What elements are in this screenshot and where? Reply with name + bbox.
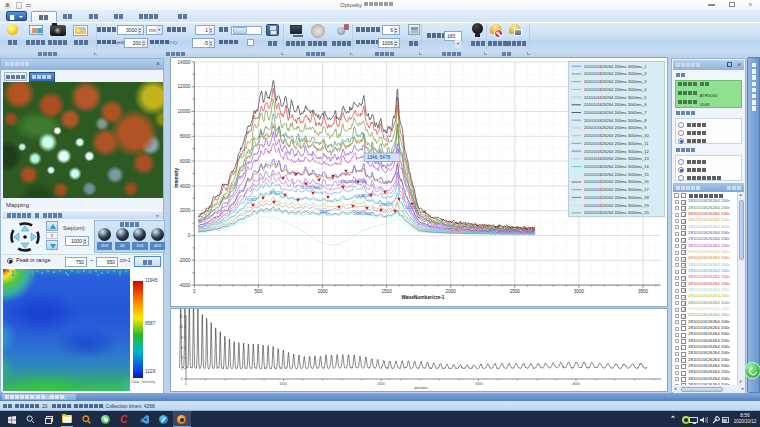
svg-text:2010101626264 200ms 3000ms_7: 2010101626264 200ms 3000ms_7 [584, 110, 647, 115]
svg-text:1348(2358(2984): 1348(2358(2984) [338, 180, 368, 184]
svg-text:500: 500 [255, 289, 263, 294]
svg-text:0: 0 [193, 289, 196, 294]
svg-text:2000: 2000 [446, 289, 457, 294]
svg-text:0: 0 [188, 233, 191, 238]
svg-text:4000: 4000 [572, 382, 580, 386]
svg-text:14000: 14000 [178, 60, 191, 65]
svg-text:1346(1122): 1346(1122) [353, 212, 373, 216]
svg-text:2010101626264 200ms 3000ms_10: 2010101626264 200ms 3000ms_10 [584, 133, 650, 138]
svg-text:2010101626264 200ms 3000ms_18: 2010101626264 200ms 3000ms_18 [584, 195, 650, 200]
svg-text:2010101626264 200ms 3000ms_20: 2010101626264 200ms 3000ms_20 [584, 210, 650, 215]
svg-text:1352(13: 1352(13 [379, 203, 393, 207]
svg-text:141(5: 141(5 [405, 206, 415, 210]
svg-text:2010101626264 200ms 3000ms_16: 2010101626264 200ms 3000ms_16 [584, 179, 650, 184]
svg-text:3000: 3000 [574, 289, 585, 294]
svg-text:8: 8 [181, 336, 183, 340]
svg-text:2010101626264 200ms 3000ms_4: 2010101626264 200ms 3000ms_4 [584, 87, 647, 92]
svg-text:1000: 1000 [317, 289, 328, 294]
svg-text:2500: 2500 [510, 289, 521, 294]
svg-text:6: 6 [181, 346, 183, 350]
svg-text:2010101626264 200ms 3000ms_15: 2010101626264 200ms 3000ms_15 [584, 172, 650, 177]
svg-text:0: 0 [185, 382, 187, 386]
svg-text:2010101626264 200ms 3000ms_3: 2010101626264 200ms 3000ms_3 [584, 79, 647, 84]
svg-text:2010101626264 200ms 3000ms_1: 2010101626264 200ms 3000ms_1 [584, 64, 647, 69]
svg-text:2010101626264 200ms 3000ms_2: 2010101626264 200ms 3000ms_2 [584, 71, 647, 76]
svg-text:2010101626264 200ms 3000ms_6: 2010101626264 200ms 3000ms_6 [584, 102, 647, 107]
svg-text:2: 2 [181, 367, 183, 371]
svg-text:1348(186: 1348(186 [356, 194, 372, 198]
svg-text:3500: 3500 [638, 289, 649, 294]
svg-text:2000: 2000 [180, 208, 191, 213]
svg-text:-2000: -2000 [179, 258, 191, 263]
svg-text:Intensity: Intensity [174, 168, 179, 188]
svg-text:12000: 12000 [178, 84, 191, 89]
svg-text:8000: 8000 [180, 134, 191, 139]
svg-text:1000: 1000 [279, 382, 287, 386]
svg-text:12: 12 [179, 315, 183, 319]
svg-text:2010101626264 200ms 3000ms_9: 2010101626264 200ms 3000ms_9 [584, 125, 647, 130]
svg-text:4: 4 [181, 356, 183, 360]
svg-text:4000: 4000 [180, 184, 191, 189]
svg-text:2010101626264 200ms 3000ms_17: 2010101626264 200ms 3000ms_17 [584, 187, 650, 192]
svg-text:1132(1964): 1132(1964) [301, 186, 321, 190]
svg-text:6000: 6000 [180, 159, 191, 164]
svg-text:3000: 3000 [475, 382, 483, 386]
svg-text:2010101626264 200ms 3000ms_12: 2010101626264 200ms 3000ms_12 [584, 149, 650, 154]
svg-text:-4000: -4000 [179, 283, 191, 288]
svg-text:2000: 2000 [377, 382, 385, 386]
svg-text:2010101626264 200ms 3000ms_5: 2010101626264 200ms 3000ms_5 [584, 95, 647, 100]
svg-text:991(214: 991(214 [269, 191, 283, 195]
svg-text:WaveNumber/cm-1: WaveNumber/cm-1 [401, 295, 444, 300]
svg-text:616(2: 616(2 [247, 198, 257, 202]
svg-text:2010101626264 200ms 3000ms_11: 2010101626264 200ms 3000ms_11 [584, 141, 649, 146]
svg-text:0: 0 [181, 377, 183, 381]
svg-text:1346, 5478: 1346, 5478 [367, 155, 390, 160]
svg-text:2010101626264 200ms 3000ms_19: 2010101626264 200ms 3000ms_19 [584, 203, 650, 208]
svg-text:2010101626264 200ms 3000ms_13: 2010101626264 200ms 3000ms_13 [584, 156, 650, 161]
svg-text:10000: 10000 [178, 109, 191, 114]
svg-text:2010101626264 200ms 3000ms_8: 2010101626264 200ms 3000ms_8 [584, 118, 647, 123]
svg-text:position: position [414, 386, 427, 390]
svg-text:1500: 1500 [381, 289, 392, 294]
svg-text:10: 10 [179, 325, 183, 329]
svg-text:2010101626264 200ms 3000ms_14: 2010101626264 200ms 3000ms_14 [584, 164, 650, 169]
svg-text:1004(: 1004( [319, 210, 329, 214]
